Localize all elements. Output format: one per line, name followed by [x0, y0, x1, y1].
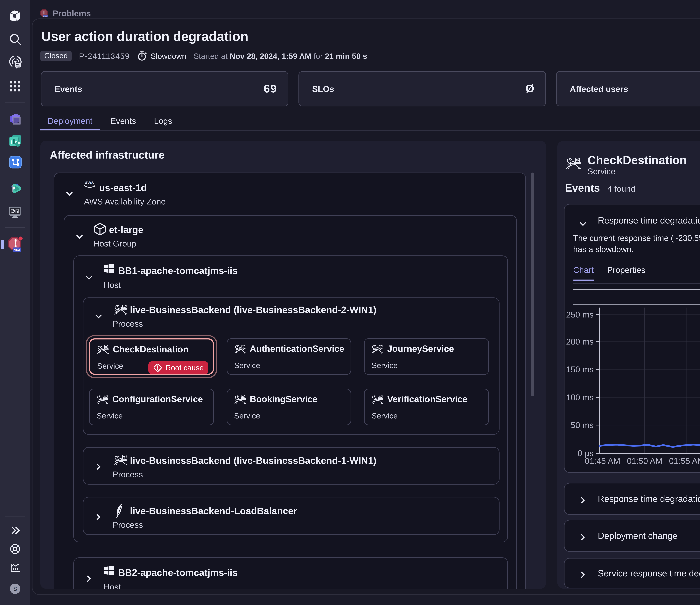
svg-text:150 ms: 150 ms [566, 364, 593, 374]
svg-text:S: S [13, 586, 17, 592]
svg-text:01:55 AM: 01:55 AM [669, 456, 700, 465]
svg-text:250 ms: 250 ms [566, 310, 593, 319]
svg-text:NEW: NEW [43, 16, 47, 17]
svg-text:01:45 AM: 01:45 AM [584, 456, 620, 465]
svg-text:aws: aws [84, 180, 94, 185]
svg-text:50 ms: 50 ms [571, 420, 593, 430]
svg-text:200 ms: 200 ms [566, 337, 593, 346]
svg-text:01:50 AM: 01:50 AM [627, 456, 662, 465]
svg-text:NEW: NEW [14, 248, 21, 251]
svg-text:100 ms: 100 ms [566, 392, 593, 402]
